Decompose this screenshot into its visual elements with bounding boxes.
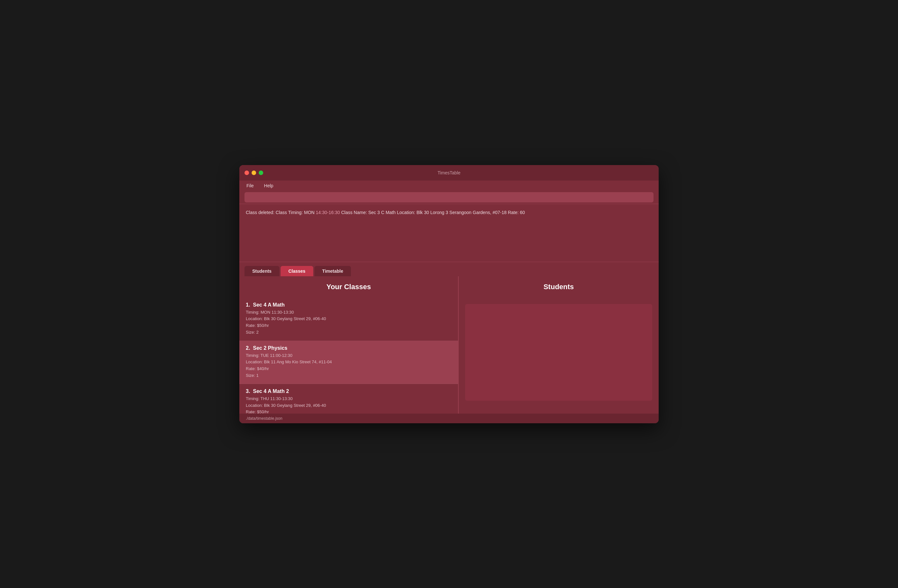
tab-timetable[interactable]: Timetable [315, 266, 351, 276]
class-item-2[interactable]: 2. Sec 2 Physics Timing: TUE 11:00-12:30… [239, 341, 458, 384]
maximize-button[interactable] [259, 170, 263, 175]
class-item-3[interactable]: 3. Sec 4 A Math 2 Timing: THU 11:30-13:3… [239, 384, 458, 414]
window-title: TimesTable [437, 170, 460, 175]
main-window: TimesTable File Help Class deleted: Clas… [239, 165, 659, 423]
class-timing-3: Timing: THU 11:30-13:30 [246, 396, 452, 402]
students-content [465, 304, 652, 401]
class-rate-3: Rate: $50/hr [246, 409, 452, 413]
main-content: Your Classes 1. Sec 4 A Math Timing: MON… [239, 276, 659, 414]
class-location-3: Location: Blk 30 Geylang Street 29, #06-… [246, 402, 452, 409]
class-name-2: 2. Sec 2 Physics [246, 345, 452, 351]
class-location-1: Location: Blk 30 Geylang Street 29, #06-… [246, 316, 452, 322]
class-name-3: 3. Sec 4 A Math 2 [246, 388, 452, 394]
notification-bar: Class deleted: Class Timing: MON 14:30-1… [239, 204, 659, 262]
titlebar: TimesTable [239, 165, 659, 181]
class-rate-2: Rate: $40/hr [246, 365, 452, 372]
toolbar-input[interactable] [244, 192, 654, 203]
classes-panel: Your Classes 1. Sec 4 A Math Timing: MON… [239, 276, 459, 414]
notification-text: Class deleted: Class Timing: MON 14:30-1… [246, 210, 525, 215]
notification-suffix: Class Name: Sec 3 C Math Location: Blk 3… [340, 210, 525, 215]
traffic-lights [244, 170, 263, 175]
tab-students[interactable]: Students [244, 266, 279, 276]
menu-help[interactable]: Help [262, 183, 275, 189]
class-timing-1: Timing: MON 11:30-13:30 [246, 309, 452, 316]
toolbar [239, 191, 659, 204]
class-size-2: Size: 1 [246, 372, 452, 379]
close-button[interactable] [244, 170, 249, 175]
class-item-1[interactable]: 1. Sec 4 A Math Timing: MON 11:30-13:30 … [239, 298, 458, 341]
class-size-1: Size: 2 [246, 329, 452, 336]
minimize-button[interactable] [252, 170, 256, 175]
classes-list: 1. Sec 4 A Math Timing: MON 11:30-13:30 … [239, 298, 458, 414]
class-location-2: Location: Blk 11 Ang Mo Kio Street 74, #… [246, 359, 452, 365]
menu-file[interactable]: File [244, 183, 256, 189]
students-panel-header: Students [459, 276, 659, 298]
tabs-bar: Students Classes Timetable [239, 262, 659, 276]
tab-classes[interactable]: Classes [281, 266, 313, 276]
classes-panel-header: Your Classes [239, 276, 458, 298]
class-rate-1: Rate: $50/hr [246, 322, 452, 329]
students-panel: Students [459, 276, 659, 414]
menubar: File Help [239, 181, 659, 191]
class-name-1: 1. Sec 4 A Math [246, 302, 452, 308]
notification-prefix: Class deleted: Class Timing: MON [246, 210, 316, 215]
statusbar: ./data/timestable.json [239, 414, 659, 423]
statusbar-path: ./data/timestable.json [246, 416, 282, 421]
class-timing-2: Timing: TUE 11:00-12:30 [246, 352, 452, 359]
notification-highlight: 14:30-16:30 [316, 210, 340, 215]
